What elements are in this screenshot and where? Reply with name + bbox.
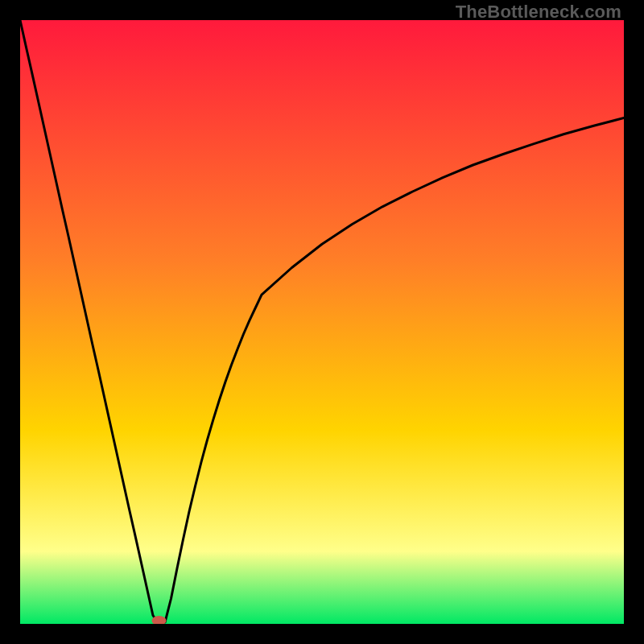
gradient-background — [20, 20, 624, 624]
bottleneck-chart — [20, 20, 624, 624]
chart-frame — [20, 20, 624, 624]
